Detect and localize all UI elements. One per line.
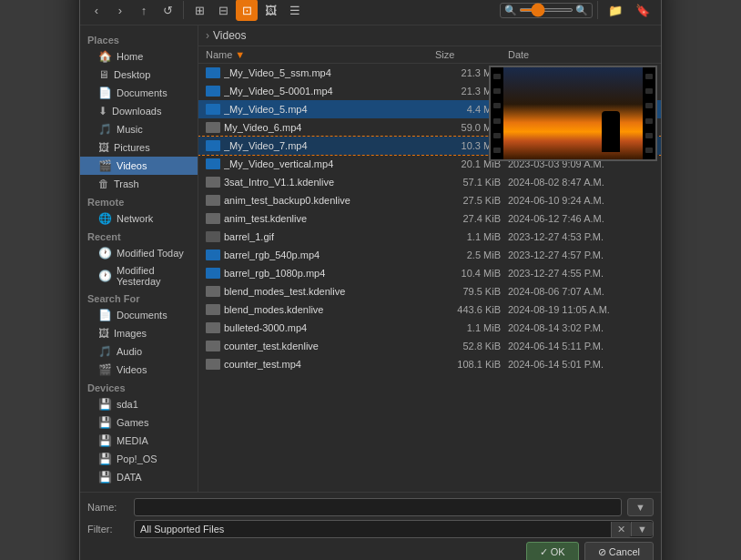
column-name-header[interactable]: Name ▼	[206, 49, 435, 60]
view-preview-button[interactable]: ⊡	[236, 0, 258, 21]
table-row[interactable]: anim_test_backup0.kdenlive 27.5 KiB 2024…	[198, 191, 661, 209]
preview-image	[489, 66, 657, 161]
video-file-icon	[206, 104, 220, 115]
file-name: blend_modes_test.kdenlive	[224, 286, 435, 297]
search-audio-icon: 🎵	[98, 345, 112, 358]
doc-file-icon	[206, 322, 220, 333]
sidebar-item-search-images[interactable]: 🖼 Images	[80, 324, 198, 342]
sidebar-item-search-audio[interactable]: 🎵 Audio	[80, 342, 198, 361]
breadcrumb-arrow: ›	[206, 29, 209, 42]
doc-file-icon	[206, 286, 220, 297]
refresh-button[interactable]: ↺	[157, 0, 178, 21]
column-date-header[interactable]: Date	[508, 49, 654, 60]
music-icon: 🎵	[98, 123, 112, 136]
file-date: 2024-06-14 5:11 P.M.	[508, 341, 654, 351]
sidebar-item-downloads[interactable]: ⬇ Downloads	[80, 102, 198, 120]
column-size-header[interactable]: Size	[435, 49, 508, 60]
pictures-icon: 🖼	[98, 141, 109, 154]
sidebar-item-sda1[interactable]: 💾 sda1	[80, 395, 198, 413]
table-row[interactable]: blend_modes.kdenlive 443.6 KiB 2024-08-1…	[198, 300, 661, 319]
file-size: 79.5 KiB	[435, 286, 508, 297]
games-icon: 💾	[98, 416, 112, 429]
file-name: barrel_rgb_540p.mp4	[224, 249, 435, 260]
film-hole	[493, 88, 501, 94]
view-icons-icon: ⊞	[195, 4, 205, 17]
sidebar-item-search-videos[interactable]: 🎬 Videos	[80, 361, 198, 379]
sidebar-item-data[interactable]: 💾 DATA	[80, 468, 198, 486]
file-name: _My_Video_7.mp4	[224, 140, 435, 151]
sidebar-item-search-audio-label: Audio	[117, 346, 142, 357]
back-button[interactable]: ‹	[86, 0, 107, 21]
film-hole	[645, 148, 653, 153]
doc-file-icon	[206, 359, 220, 370]
sidebar-item-modified-yesterday[interactable]: 🕐 Modified Yesterday	[80, 262, 198, 290]
file-date: 2024-06-14 5:01 P.M.	[508, 359, 654, 370]
sidebar-item-documents[interactable]: 📄 Documents	[80, 84, 198, 102]
zoom-slider[interactable]	[519, 8, 574, 12]
filter-clear-button[interactable]: ✕	[611, 522, 631, 537]
file-size: 57.1 KiB	[435, 177, 508, 188]
bookmark-icon: 🔖	[635, 4, 650, 17]
sidebar-item-home[interactable]: 🏠 Home	[80, 47, 198, 66]
breadcrumb-current[interactable]: Videos	[213, 29, 246, 42]
new-folder-button[interactable]: 📁	[603, 0, 628, 21]
view-detail-button[interactable]: ☰	[284, 0, 306, 21]
home-icon: 🏠	[98, 50, 112, 63]
file-size: 27.5 KiB	[435, 195, 508, 206]
table-row[interactable]: bulleted-3000.mp4 1.1 MiB 2024-08-14 3:0…	[198, 319, 661, 337]
table-row[interactable]: counter_test.kdenlive 52.8 KiB 2024-06-1…	[198, 337, 661, 355]
file-name: anim_test_backup0.kdenlive	[224, 195, 435, 206]
cancel-button[interactable]: ⊘ Cancel	[584, 542, 654, 560]
file-name: counter_test.kdenlive	[224, 341, 435, 351]
file-size: 2.5 MiB	[435, 249, 508, 260]
file-date: 2024-06-10 9:24 A.M.	[508, 195, 654, 206]
table-row[interactable]: anim_test.kdenlive 27.4 KiB 2024-06-12 7…	[198, 209, 661, 228]
file-list-header: Name ▼ Size Date	[198, 46, 661, 64]
sidebar-item-popos[interactable]: 💾 Pop!_OS	[80, 450, 198, 468]
view-image-button[interactable]: 🖼	[259, 0, 282, 21]
sidebar-item-desktop[interactable]: 🖥 Desktop	[80, 66, 198, 84]
sidebar-item-games-label: Games	[117, 417, 148, 428]
preview-scene	[503, 67, 643, 159]
view-icons-button[interactable]: ⊞	[188, 0, 210, 21]
filter-dropdown-button[interactable]: ▼	[631, 522, 653, 536]
sidebar-item-network[interactable]: 🌐 Network	[80, 209, 198, 228]
doc-file-icon	[206, 122, 220, 133]
table-row[interactable]: 3sat_Intro_V1.1.kdenlive 57.1 KiB 2024-0…	[198, 173, 661, 191]
up-button[interactable]: ↑	[133, 0, 155, 21]
toolbar-separator-1	[183, 1, 184, 19]
file-size: 27.4 KiB	[435, 213, 508, 224]
view-preview-icon: ⊡	[242, 4, 252, 17]
sidebar-item-games[interactable]: 💾 Games	[80, 413, 198, 432]
sidebar-item-data-label: DATA	[117, 472, 142, 483]
sidebar-item-videos[interactable]: 🎬 Videos	[80, 157, 198, 175]
view-compact-button[interactable]: ⊟	[212, 0, 234, 21]
filter-select-wrapper: All Supported Files ✕ ▼	[134, 520, 654, 538]
table-row[interactable]: barrel_rgb_1080p.mp4 10.4 MiB 2023-12-27…	[198, 264, 661, 282]
sidebar-item-trash[interactable]: 🗑 Trash	[80, 175, 198, 193]
film-hole	[645, 103, 653, 108]
file-name: _My_Video_vertical.mp4	[224, 158, 435, 169]
sidebar-item-search-videos-label: Videos	[117, 364, 147, 375]
table-row[interactable]: barrel_rgb_540p.mp4 2.5 MiB 2023-12-27 4…	[198, 246, 661, 264]
devices-header: Devices	[80, 379, 198, 395]
sidebar-item-search-documents[interactable]: 📄 Documents	[80, 306, 198, 324]
name-input[interactable]	[134, 498, 622, 516]
bookmark-button[interactable]: 🔖	[630, 0, 655, 21]
table-row[interactable]: counter_test.mp4 108.1 KiB 2024-06-14 5:…	[198, 355, 661, 373]
sidebar-item-sda1-label: sda1	[117, 399, 138, 410]
table-row[interactable]: barrel_1.gif 1.1 MiB 2023-12-27 4:53 P.M…	[198, 228, 661, 246]
name-dropdown-button[interactable]: ▼	[627, 498, 654, 516]
table-row[interactable]: blend_modes_test.kdenlive 79.5 KiB 2024-…	[198, 282, 661, 300]
view-compact-icon: ⊟	[218, 4, 228, 17]
film-strip-right	[643, 67, 655, 159]
sidebar-item-modified-today[interactable]: 🕐 Modified Today	[80, 244, 198, 262]
sidebar-item-music[interactable]: 🎵 Music	[80, 120, 198, 138]
sidebar-item-media[interactable]: 💾 MEDIA	[80, 432, 198, 450]
doc-file-icon	[206, 195, 220, 206]
sidebar-item-pictures[interactable]: 🖼 Pictures	[80, 138, 198, 157]
forward-button[interactable]: ›	[109, 0, 131, 21]
data-icon: 💾	[98, 471, 112, 484]
ok-button[interactable]: ✓ OK	[526, 542, 579, 560]
filter-label: Filter:	[87, 524, 128, 535]
